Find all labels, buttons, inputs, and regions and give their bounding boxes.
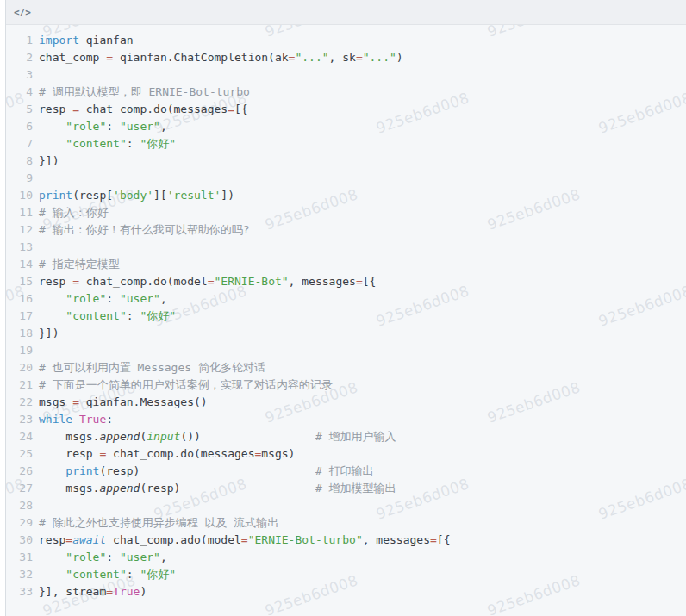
code-line: 31 "role": "user", — [6, 549, 686, 566]
line-number: 33 — [6, 583, 39, 600]
code-line: 1import qianfan — [6, 32, 686, 49]
line-number: 21 — [6, 376, 39, 394]
line-content: "role": "user", — [39, 118, 167, 135]
line-number: 28 — [6, 497, 39, 514]
code-area: 925eb6d008925eb6d008925eb6d008925eb6d008… — [6, 25, 686, 616]
code-line: 33}], stream=True) — [6, 583, 686, 600]
line-number: 1 — [6, 32, 39, 49]
code-line: 24 msgs.append(input()) # 增加用户输入 — [6, 428, 686, 445]
line-number: 23 — [6, 411, 39, 428]
line-content: # 指定特定模型 — [39, 256, 120, 273]
line-number: 10 — [6, 187, 39, 204]
line-number: 9 — [6, 170, 39, 187]
line-content: msgs.append(resp) # 增加模型输出 — [39, 480, 396, 497]
code-block-panel: </> 925eb6d008925eb6d008925eb6d008925eb6… — [6, 0, 686, 616]
line-content: resp = chat_comp.do(model="ERNIE-Bot", m… — [39, 273, 376, 290]
line-content: print(resp['body']['result']) — [39, 187, 234, 204]
line-number: 11 — [6, 204, 39, 221]
code-line: 16 "role": "user", — [6, 290, 686, 308]
code-line: 7 "content": "你好" — [6, 135, 686, 152]
code-line: 13 — [6, 239, 686, 256]
code-line: 26 print(resp) # 打印输出 — [6, 463, 686, 480]
line-number: 7 — [6, 135, 39, 152]
line-content: resp = chat_comp.do(messages=[{ — [39, 101, 248, 118]
line-number: 15 — [6, 273, 39, 290]
line-number: 14 — [6, 256, 39, 273]
line-content: resp = chat_comp.do(messages=msgs) — [39, 445, 295, 463]
code-line: 23while True: — [6, 411, 686, 428]
code-line: 10print(resp['body']['result']) — [6, 187, 686, 204]
line-content: }]) — [39, 325, 59, 342]
line-number: 31 — [6, 549, 39, 566]
line-content: # 输入：你好 — [39, 204, 109, 221]
line-content: "role": "user", — [39, 549, 167, 566]
line-content: msgs.append(input()) # 增加用户输入 — [39, 428, 396, 445]
code-line: 8}]) — [6, 152, 686, 170]
code-line: 14# 指定特定模型 — [6, 256, 686, 273]
line-number: 17 — [6, 308, 39, 325]
line-content: # 除此之外也支持使用异步编程 以及 流式输出 — [39, 514, 278, 532]
code-line: 5resp = chat_comp.do(messages=[{ — [6, 101, 686, 118]
code-line: 21# 下面是一个简单的用户对话案例，实现了对话内容的记录 — [6, 376, 686, 394]
code-line: 3 — [6, 66, 686, 84]
line-content: msgs = qianfan.Messages() — [39, 394, 208, 411]
line-content: "content": "你好" — [39, 135, 176, 152]
line-number: 12 — [6, 221, 39, 239]
line-number: 2 — [6, 49, 39, 66]
line-content: while True: — [39, 411, 113, 428]
line-content: chat_comp = qianfan.ChatCompletion(ak=".… — [39, 49, 403, 66]
line-content: }], stream=True) — [39, 583, 147, 600]
line-number: 13 — [6, 239, 39, 256]
code-line: 18}]) — [6, 325, 686, 342]
code-line: 27 msgs.append(resp) # 增加模型输出 — [6, 480, 686, 497]
line-number: 4 — [6, 84, 39, 101]
code-viewer-page: </> 925eb6d008925eb6d008925eb6d008925eb6… — [0, 0, 686, 616]
code-line: 19 — [6, 342, 686, 359]
line-number: 6 — [6, 118, 39, 135]
line-number: 32 — [6, 566, 39, 583]
code-line: 2chat_comp = qianfan.ChatCompletion(ak="… — [6, 49, 686, 66]
line-content: # 下面是一个简单的用户对话案例，实现了对话内容的记录 — [39, 376, 333, 394]
line-number: 27 — [6, 480, 39, 497]
code-lines: 1import qianfan2chat_comp = qianfan.Chat… — [6, 32, 686, 600]
line-content: # 也可以利用内置 Messages 简化多轮对话 — [39, 359, 265, 376]
line-content: # 输出：你好！有什么我可以帮助你的吗? — [39, 221, 249, 239]
line-content: "content": "你好" — [39, 566, 176, 583]
line-number: 26 — [6, 463, 39, 480]
code-line: 12# 输出：你好！有什么我可以帮助你的吗? — [6, 221, 686, 239]
code-line: 4# 调用默认模型，即 ERNIE-Bot-turbo — [6, 84, 686, 101]
line-content: }]) — [39, 152, 59, 170]
code-line: 25 resp = chat_comp.do(messages=msgs) — [6, 445, 686, 463]
code-block-icon[interactable]: </> — [14, 8, 31, 17]
line-number: 25 — [6, 445, 39, 463]
line-number: 29 — [6, 514, 39, 532]
line-content: "role": "user", — [39, 290, 167, 308]
line-number: 8 — [6, 152, 39, 170]
page-edge-divider — [0, 0, 6, 616]
code-line: 22msgs = qianfan.Messages() — [6, 394, 686, 411]
code-line: 6 "role": "user", — [6, 118, 686, 135]
line-number: 20 — [6, 359, 39, 376]
line-number: 16 — [6, 290, 39, 308]
code-line: 28 — [6, 497, 686, 514]
code-line: 30resp=await chat_comp.ado(model="ERNIE-… — [6, 532, 686, 549]
code-line: 17 "content": "你好" — [6, 308, 686, 325]
code-block-header: </> — [6, 0, 686, 25]
code-line: 20# 也可以利用内置 Messages 简化多轮对话 — [6, 359, 686, 376]
code-line: 9 — [6, 170, 686, 187]
line-number: 30 — [6, 532, 39, 549]
line-content: "content": "你好" — [39, 308, 176, 325]
line-content: print(resp) # 打印输出 — [39, 463, 374, 480]
line-number: 18 — [6, 325, 39, 342]
code-line: 15resp = chat_comp.do(model="ERNIE-Bot",… — [6, 273, 686, 290]
line-number: 3 — [6, 66, 39, 84]
line-content: # 调用默认模型，即 ERNIE-Bot-turbo — [39, 84, 250, 101]
line-content: resp=await chat_comp.ado(model="ERNIE-Bo… — [39, 532, 450, 549]
line-number: 19 — [6, 342, 39, 359]
code-line: 29# 除此之外也支持使用异步编程 以及 流式输出 — [6, 514, 686, 532]
line-number: 22 — [6, 394, 39, 411]
code-line: 32 "content": "你好" — [6, 566, 686, 583]
line-number: 24 — [6, 428, 39, 445]
code-line: 11# 输入：你好 — [6, 204, 686, 221]
line-content: import qianfan — [39, 32, 134, 49]
